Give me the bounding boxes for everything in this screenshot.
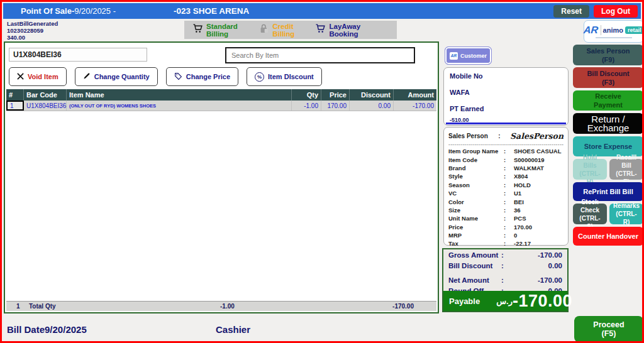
detail-value: SHOES CASUAL (514, 148, 561, 155)
colon: : (504, 215, 514, 222)
counter-handover-button[interactable]: Counter Handover (573, 227, 643, 246)
change-price-button[interactable]: Change Price (166, 67, 238, 86)
bill-date-title: 9/20/2025 - (74, 6, 116, 16)
col-barcode: Bar Code (24, 89, 67, 101)
shortcut-label: (F9) (602, 55, 614, 64)
detail-label: VC (448, 190, 504, 197)
item-discount-button[interactable]: % Item DIscount (247, 67, 322, 86)
button-label: Payment (594, 101, 623, 109)
price-tag-icon (174, 72, 182, 82)
last-bill-info: LastBillGenerated 10230228059 340.00 (7, 20, 58, 41)
logo-retail-badge: retail (625, 26, 644, 34)
change-quantity-button[interactable]: Change Quantity (75, 67, 158, 86)
last-bill-number: 10230228059 (7, 27, 58, 34)
title-bar: Point Of Sale- 9/20/2025 - -023 SHOE ARE… (3, 3, 641, 19)
detail-row: VC:U1 (448, 189, 564, 197)
logo-ar-mark: AR (584, 24, 599, 36)
sales-person-button[interactable]: Sales Person (F9) (573, 45, 643, 65)
customer-button[interactable]: AR Customer (445, 46, 492, 65)
remarks-button[interactable]: Remarks (CTRL-R) (609, 204, 643, 224)
colon: : (501, 251, 508, 259)
detail-value: -22.17 (514, 240, 531, 247)
button-label: Hold Bills (577, 153, 603, 170)
percent-icon: % (255, 72, 264, 82)
payable-label: Payable (449, 297, 480, 306)
proceed-button[interactable]: Proceed (F5) (574, 316, 643, 342)
detail-label: Item Code (448, 156, 504, 163)
customer-panel-underline (446, 122, 566, 124)
col-discount: Discount (350, 89, 394, 101)
logout-button[interactable]: Log Out (594, 5, 638, 18)
billing-panel: Void Item Change Quantity Change Price %… (4, 41, 439, 313)
tab-layaway-booking[interactable]: LayAway Booking (315, 23, 389, 38)
detail-row: Item Group Name:SHOES CASUAL (448, 147, 564, 155)
detail-label: Price (448, 224, 504, 231)
row-qty-cell: -1.00 (292, 101, 321, 111)
row-number-cell[interactable]: 1 (6, 101, 24, 111)
detail-row: Season:HOLD (448, 181, 564, 189)
col-qty: Qty (292, 89, 321, 101)
detail-row: Unit Name:PCS (448, 214, 564, 222)
reset-button[interactable]: Reset (553, 5, 589, 18)
row-barcode-cell: U1X804BEI36 (24, 101, 67, 111)
colon: : (504, 165, 514, 172)
total-qty-label: Total Qty (29, 303, 56, 310)
void-item-button[interactable]: Void Item (9, 67, 67, 86)
button-label: Remarks (613, 202, 640, 210)
button-label: Racalll Bill (613, 153, 640, 170)
store-name: -023 SHOE ARENA (174, 6, 249, 16)
button-label: Proceed (593, 320, 624, 329)
colon: : (504, 156, 514, 163)
detail-label: Unit Name (448, 215, 504, 222)
mobile-no-label: Mobile No (450, 72, 483, 80)
return-exchange-button[interactable]: Return / Exchange (573, 113, 643, 134)
detail-label: Item Group Name (448, 148, 504, 155)
search-input[interactable] (225, 47, 415, 63)
button-label: Store Expense (584, 142, 632, 151)
gross-amount-row: Gross Amount:-170.00 (443, 249, 567, 260)
tab-standard-billing[interactable]: Standard Billing (192, 23, 259, 38)
detail-row: Item Code:S00000019 (448, 155, 564, 163)
animo-retail-logo: AR animo retail (584, 20, 644, 43)
tab-credit-billing[interactable]: Credit Billing (259, 23, 315, 38)
pt-earned-label: PT Earned (450, 105, 484, 112)
dashed-divider: ----------------------------------------… (448, 141, 564, 147)
bill-discount-row: Bill Discount:0.00 (443, 260, 567, 271)
detail-value: X804 (514, 173, 528, 180)
colon: : (504, 190, 514, 197)
totals-panel: Gross Amount:-170.00 Bill Discount:0.00 … (442, 248, 569, 312)
hold-bills-button[interactable]: Hold Bills (CTRL-H) (573, 159, 607, 180)
detail-value: U1 (514, 190, 521, 197)
shortcut-label: (F5) (602, 329, 616, 338)
stock-check-button[interactable]: Stock Check (CTRL-S) (573, 204, 607, 224)
last-bill-amount: 340.00 (7, 34, 58, 41)
colon: : (504, 182, 514, 188)
billing-mode-tabs: Standard Billing Credit Billing LayAway … (184, 21, 397, 39)
button-label: Bill Discount (587, 69, 629, 78)
table-row[interactable]: 1 U1X804BEI36 (ONLY OUT OF RYD) WOMENS S… (6, 101, 436, 111)
items-table-footer: 1 Total Qty -1.00 -170.00 (6, 301, 436, 311)
logo-animo-text: animo (603, 26, 623, 34)
currency-symbol: ر.س (496, 297, 513, 306)
colon: : (501, 276, 508, 284)
recall-bill-button[interactable]: Racalll Bill (CTRL-E) (609, 159, 643, 180)
bill-date-text: Bill Date9/20/2025 (7, 324, 87, 335)
gross-amount-value: -170.00 (538, 251, 562, 259)
cart-icon (315, 23, 326, 36)
row-amount-cell: -170.00 (394, 101, 436, 111)
colon: : (504, 173, 514, 180)
bill-discount-button[interactable]: Bill Discount (F3) (573, 67, 643, 88)
detail-row: Size:36 (448, 206, 564, 214)
net-amount-row: Net Amount:-170.00 (443, 275, 567, 285)
payable-value: -170.00 (513, 291, 572, 311)
receive-payment-button[interactable]: Receive Payment (573, 90, 643, 111)
change-quantity-label: Change Quantity (94, 73, 150, 80)
pencil-icon (83, 72, 91, 81)
detail-label: Color (448, 199, 504, 205)
col-amount: Amount (394, 89, 436, 101)
row-discount-cell: 0.00 (350, 101, 394, 111)
sales-person-label: Sales Person (448, 133, 498, 139)
barcode-input[interactable] (9, 48, 147, 62)
detail-row: Price:170.00 (448, 223, 564, 231)
detail-label: Style (448, 173, 504, 180)
